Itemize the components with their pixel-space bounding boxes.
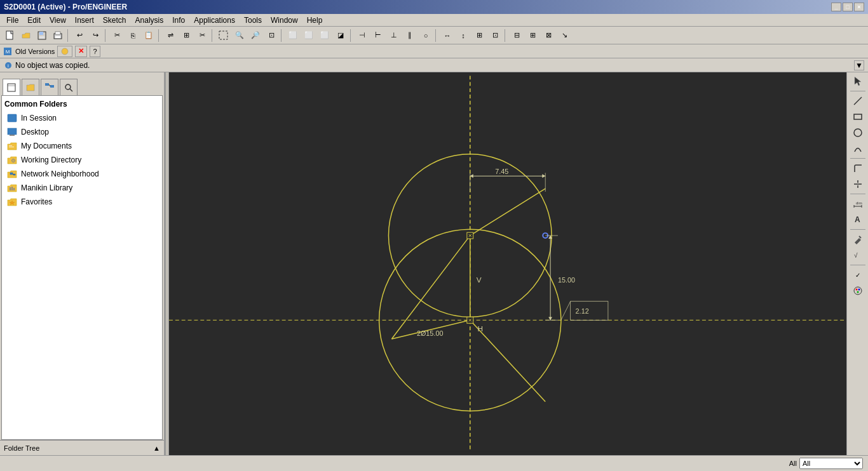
sep8	[505, 29, 507, 42]
undo-button[interactable]: ↩	[72, 29, 87, 43]
menu-info[interactable]: Info	[168, 15, 189, 25]
close-button[interactable]: ×	[854, 3, 864, 11]
title-bar-buttons: _ □ ×	[831, 3, 864, 11]
copy-button[interactable]: ⎘	[125, 29, 140, 43]
menu-tools[interactable]: Tools	[240, 15, 266, 25]
maximize-button[interactable]: □	[843, 3, 853, 11]
palette-tool-button[interactable]	[850, 283, 866, 298]
trim-tool-button[interactable]	[850, 176, 866, 192]
menu-window[interactable]: Window	[267, 15, 302, 25]
status-expand-button[interactable]: ▼	[854, 60, 864, 70]
constraint3-button[interactable]: ⊥	[386, 29, 402, 43]
dim2-button[interactable]: ↕	[456, 29, 471, 43]
panel-tab-search[interactable]	[60, 79, 78, 95]
arr2-button[interactable]: ⊞	[525, 29, 540, 43]
svg-rect-5	[55, 32, 60, 34]
working-directory-icon	[7, 156, 17, 164]
sidebar-item-favorites[interactable]: Favorites	[4, 195, 159, 209]
bottom-bar: All All	[0, 455, 868, 471]
svg-point-39	[854, 129, 862, 136]
fillet-tool-button[interactable]	[850, 161, 866, 176]
panel-tab-browse[interactable]	[3, 79, 20, 95]
arr4-button[interactable]: ↘	[557, 29, 572, 43]
paste-button[interactable]: 📋	[141, 29, 156, 43]
view2-button[interactable]: ⬜	[301, 29, 316, 43]
sidebar-item-in-session[interactable]: In Session	[4, 111, 159, 125]
dimension-tool-button[interactable]: dim	[850, 196, 866, 211]
sidebar-item-manikin-library[interactable]: Manikin Library	[4, 181, 159, 195]
h-label: H	[478, 324, 484, 333]
svg-text:dim: dim	[856, 201, 862, 205]
text-tool-button[interactable]: A	[850, 212, 866, 227]
rt-sep-1	[850, 91, 865, 91]
network-neighborhood-icon	[7, 169, 17, 178]
svg-text:A: A	[855, 215, 860, 224]
common-folders-header: Common Folders	[4, 98, 159, 111]
zoom-in-button[interactable]: 🔍	[232, 29, 247, 43]
view3-button[interactable]: ⬜	[317, 29, 332, 43]
open-button[interactable]	[18, 29, 34, 43]
snap-button[interactable]: ⊡	[487, 29, 503, 43]
mirror-button[interactable]: ⇌	[163, 29, 178, 43]
close-versions-button[interactable]: ✕	[75, 46, 87, 57]
zoom-box-button[interactable]: ⊡	[264, 29, 279, 43]
circle-tool-button[interactable]	[850, 125, 866, 140]
trim-button[interactable]: ✂	[194, 29, 210, 43]
old-versions-button[interactable]	[57, 46, 72, 57]
arr3-button[interactable]: ⊠	[541, 29, 556, 43]
redo-button[interactable]: ↪	[88, 29, 103, 43]
modify-tool-button[interactable]	[850, 232, 866, 247]
rt-sep-5	[850, 265, 865, 265]
svg-rect-38	[854, 114, 862, 119]
menu-analysis[interactable]: Analysis	[132, 15, 168, 25]
save-button[interactable]	[34, 29, 50, 43]
constraint2-button[interactable]: ⊢	[370, 29, 386, 43]
sidebar-item-working-directory[interactable]: Working Directory	[4, 153, 159, 167]
sidebar-item-network-neighborhood[interactable]: Network Neighborhood	[4, 167, 159, 181]
menu-view[interactable]: View	[46, 15, 70, 25]
sidebar-item-my-documents[interactable]: My Documents	[4, 139, 159, 153]
line-tool-button[interactable]	[850, 93, 866, 109]
solve-tool-button[interactable]: √	[850, 248, 866, 263]
new-button[interactable]	[3, 29, 18, 43]
canvas-area[interactable]: 7.45 15.00 2.12 2Ø15.00 V H	[169, 72, 846, 455]
select-button[interactable]	[216, 29, 231, 43]
arc-tool-button[interactable]	[850, 141, 866, 156]
constraint1-button[interactable]: ⊣	[355, 29, 370, 43]
working-directory-label: Working Directory	[21, 156, 81, 164]
print-button[interactable]	[50, 29, 65, 43]
view1-button[interactable]: ⬜	[285, 29, 301, 43]
dim-2-12-text: 2.12	[576, 307, 589, 315]
zoom-out-button[interactable]: 🔎	[248, 29, 263, 43]
grid-button[interactable]: ⊞	[471, 29, 487, 43]
menu-applications[interactable]: Applications	[190, 15, 239, 25]
in-session-label: In Session	[21, 114, 57, 123]
menu-insert[interactable]: Insert	[71, 15, 98, 25]
svg-rect-32	[11, 187, 13, 190]
help-versions-button[interactable]: ?	[90, 46, 100, 57]
desktop-label: Desktop	[21, 128, 49, 136]
check-tool-button[interactable]: ✓	[850, 267, 866, 282]
dim1-button[interactable]: ↔	[440, 29, 455, 43]
shading-button[interactable]: ◪	[333, 29, 348, 43]
constraint4-button[interactable]: ∥	[402, 29, 417, 43]
minimize-button[interactable]: _	[831, 3, 841, 11]
sidebar-item-desktop[interactable]: Desktop	[4, 125, 159, 139]
panel-collapse-arrow[interactable]: ▲	[153, 444, 160, 452]
cut-button[interactable]: ✂	[109, 29, 125, 43]
svg-line-48	[859, 236, 861, 238]
menu-help[interactable]: Help	[303, 15, 327, 25]
constraint5-button[interactable]: ○	[418, 29, 433, 43]
panel-tab-folder[interactable]	[22, 79, 39, 95]
filter-select[interactable]: All	[799, 458, 863, 469]
svg-line-17	[49, 84, 50, 86]
menu-sketch[interactable]: Sketch	[99, 15, 130, 25]
svg-point-50	[854, 287, 862, 295]
menu-file[interactable]: File	[3, 15, 22, 25]
panel-tab-tree[interactable]	[41, 79, 58, 95]
cursor-tool-button[interactable]	[850, 74, 866, 89]
arr1-button[interactable]: ⊟	[509, 29, 524, 43]
pattern-button[interactable]: ⊞	[179, 29, 194, 43]
rect-tool-button[interactable]	[850, 109, 866, 124]
menu-edit[interactable]: Edit	[24, 15, 44, 25]
